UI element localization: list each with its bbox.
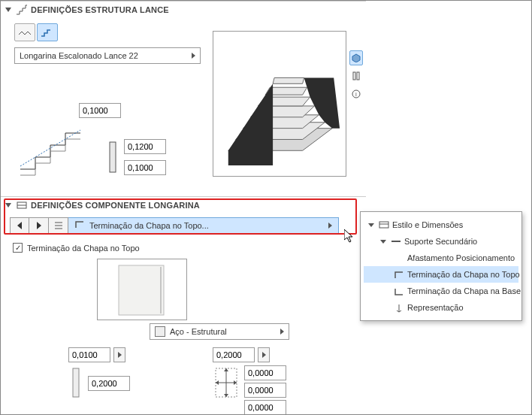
- dim5-input[interactable]: [244, 383, 286, 398]
- structure-type-beam-button[interactable]: [14, 23, 35, 41]
- tree-item-estilo[interactable]: Estilo e Dimensões: [364, 217, 518, 233]
- prev-button[interactable]: [10, 217, 29, 234]
- checkbox-label: Terminação da Chapa no Topo: [27, 244, 140, 253]
- dim-diagram-2: [213, 365, 240, 400]
- svg-rect-23: [119, 265, 164, 315]
- collapse-icon: [5, 203, 11, 208]
- tree-item-afastamento[interactable]: Afastamento Posicionamento: [364, 250, 518, 266]
- repr-icon: [394, 304, 404, 311]
- svg-marker-32: [224, 394, 228, 397]
- dim-diagram-1: [68, 365, 83, 400]
- info-button[interactable]: i: [349, 86, 363, 101]
- dim1-step[interactable]: [113, 347, 125, 362]
- tree-item-topo[interactable]: Terminação da Chapa no Topo: [364, 266, 518, 283]
- svg-marker-19: [37, 222, 41, 229]
- plate-bottom-icon: [394, 287, 404, 295]
- thickness-diagram: [106, 141, 119, 174]
- view-section-button[interactable]: [349, 68, 363, 83]
- material-icon: [155, 326, 165, 337]
- svg-rect-13: [357, 72, 359, 80]
- chevron-right-icon: [280, 329, 284, 335]
- component-dropdown-label: Terminação da Chapa no Topo...: [89, 221, 209, 230]
- dropdown-label: Longarina Escalonado Lance 22: [20, 51, 138, 60]
- svg-marker-31: [224, 368, 228, 371]
- tree-item-suporte[interactable]: Suporte Secundário: [364, 233, 518, 250]
- chevron-right-icon: [192, 53, 195, 59]
- svg-marker-18: [17, 222, 22, 229]
- stair-icon: [16, 4, 28, 16]
- component-tree-popup: Estilo e Dimensões Suporte Secundário Af…: [360, 211, 522, 321]
- tree-item-representacao[interactable]: Representação: [364, 299, 518, 316]
- dim1-input[interactable]: [68, 347, 110, 362]
- next-button[interactable]: [29, 217, 49, 234]
- plate-top-icon: [394, 271, 404, 278]
- svg-marker-8: [273, 77, 304, 83]
- 3d-preview: [213, 31, 346, 177]
- dim3-input[interactable]: [213, 347, 255, 362]
- component-dropdown[interactable]: Terminação da Chapa no Topo...: [68, 217, 339, 234]
- section1-header[interactable]: DEFINIÇÕES ESTRUTURA LANCE: [1, 1, 366, 17]
- dim3-step[interactable]: [258, 347, 270, 362]
- svg-marker-30: [234, 380, 237, 385]
- caret-icon: [368, 223, 374, 227]
- panel-icon: [379, 221, 389, 229]
- plate-top-icon: [74, 220, 85, 231]
- svg-rect-1: [110, 142, 116, 172]
- structure-type-stringer-button[interactable]: [37, 23, 58, 41]
- svg-marker-29: [216, 380, 219, 385]
- tree-item-base[interactable]: Terminação da Chapa na Base: [364, 283, 518, 299]
- section2-header[interactable]: DEFINIÇÕES COMPONENTE LONGARINA: [1, 196, 366, 213]
- material-label: Aço - Estrutural: [170, 327, 227, 336]
- dim6-input[interactable]: [244, 400, 286, 415]
- dim4-input[interactable]: [244, 365, 286, 380]
- svg-rect-33: [379, 222, 388, 228]
- terminacao-checkbox[interactable]: ✓: [13, 243, 23, 253]
- material-dropdown[interactable]: Aço - Estrutural: [150, 323, 289, 340]
- section1-title: DEFINIÇÕES ESTRUTURA LANCE: [31, 5, 169, 14]
- list-button[interactable]: [49, 217, 68, 234]
- riser-height-input[interactable]: [124, 139, 166, 154]
- plate-preview: [97, 259, 187, 320]
- tread-offset-input[interactable]: [79, 103, 121, 118]
- component-icon: [16, 199, 28, 211]
- chevron-right-icon: [328, 223, 332, 229]
- preview-view-toolbar: i: [349, 50, 363, 101]
- svg-rect-12: [353, 72, 355, 80]
- stringer-type-dropdown[interactable]: Longarina Escalonado Lance 22: [14, 47, 201, 64]
- profile-diagram: [16, 123, 91, 177]
- section2-title: DEFINIÇÕES COMPONENTE LONGARINA: [31, 201, 200, 210]
- beam-icon: [391, 238, 401, 245]
- svg-text:i: i: [355, 91, 357, 98]
- svg-marker-11: [352, 54, 360, 62]
- caret-icon: [380, 240, 386, 244]
- collapse-icon: [5, 8, 11, 12]
- svg-marker-9: [228, 83, 273, 165]
- view-3d-button[interactable]: [349, 50, 363, 65]
- stringer-thickness-input[interactable]: [124, 160, 166, 175]
- svg-rect-25: [73, 368, 79, 397]
- dim2-input[interactable]: [88, 376, 130, 391]
